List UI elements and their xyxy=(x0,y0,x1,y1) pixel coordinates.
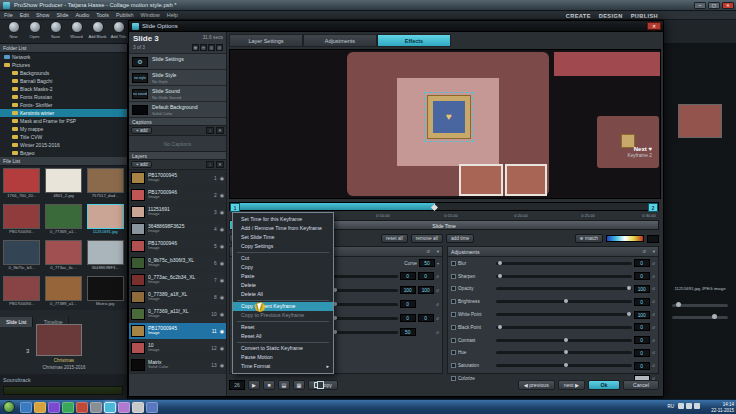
file-thumb[interactable]: 1766_760_20... xyxy=(1,167,43,203)
add-caption-button[interactable]: + add xyxy=(131,127,152,134)
opacity-checkbox[interactable] xyxy=(451,286,456,291)
reset-icon[interactable]: ↺ xyxy=(642,249,646,255)
taskbar-app-icon[interactable] xyxy=(76,402,88,413)
keyframe-1-handle[interactable]: 1 xyxy=(230,203,240,212)
slider-handle[interactable] xyxy=(564,338,568,342)
slider-handle[interactable] xyxy=(498,274,502,278)
file-thumb[interactable]: 0_773ac_6c... xyxy=(43,239,85,275)
rotate-value[interactable]: 0 xyxy=(400,300,416,308)
visibility-icon[interactable]: ◉ xyxy=(220,345,224,351)
publish-button[interactable]: PUBLISH xyxy=(631,13,658,19)
visibility-icon[interactable]: ◉ xyxy=(220,260,224,266)
layer-row[interactable]: 11251691Image3◉ xyxy=(129,204,226,221)
saturation-value[interactable]: 0 xyxy=(634,362,650,370)
reset-icon[interactable]: ↺ xyxy=(436,288,439,293)
menu-item-convert-static[interactable]: Convert to Static Keyframe xyxy=(233,344,333,353)
slider-handle[interactable] xyxy=(627,286,631,290)
slider-handle[interactable] xyxy=(564,299,568,303)
visibility-icon[interactable]: ◉ xyxy=(220,362,224,368)
reset-icon[interactable]: ↺ xyxy=(436,274,439,279)
folder-item[interactable]: Network xyxy=(0,53,127,61)
next-button[interactable]: next ▶ xyxy=(558,380,585,390)
stop-button[interactable]: ■ xyxy=(263,380,275,390)
preview-framed-layer[interactable]: ♥ xyxy=(427,95,471,139)
blur-checkbox[interactable] xyxy=(451,261,456,266)
chevron-down-icon[interactable]: ▾ xyxy=(437,261,439,266)
close-button[interactable]: ✕ xyxy=(722,2,734,9)
white-point-slider[interactable] xyxy=(496,313,632,316)
kf-add-time-button[interactable]: add time xyxy=(446,234,474,243)
keyframe-track[interactable]: 1 2 xyxy=(229,202,659,211)
file-thumb[interactable]: 757517_dad... xyxy=(84,167,126,203)
visibility-icon[interactable]: ◉ xyxy=(220,192,224,198)
preview-window-icon[interactable]: ▤ xyxy=(278,380,290,390)
pan-x-value[interactable]: 0 xyxy=(400,272,416,280)
taskbar-app-icon[interactable] xyxy=(90,402,102,413)
folder-item[interactable]: Black Masks-2 xyxy=(0,85,127,93)
slider-handle[interactable] xyxy=(564,350,568,354)
tab-slide-list[interactable]: Slide List xyxy=(0,317,33,327)
add-blank-button[interactable]: Add Blank xyxy=(87,21,108,39)
white-point-value[interactable]: 100 xyxy=(634,311,650,319)
layer-row[interactable]: PB17000946Image2◉ xyxy=(129,187,226,204)
visibility-icon[interactable]: ◉ xyxy=(220,209,224,215)
layer-reorder-icon[interactable]: ↕ xyxy=(206,161,214,168)
tray-icon[interactable] xyxy=(686,403,692,409)
saturation-slider[interactable] xyxy=(496,364,632,367)
file-thumb[interactable]: 0_9b75c_b3... xyxy=(1,239,43,275)
visibility-icon[interactable]: ◉ xyxy=(220,243,224,249)
taskbar-explorer-icon[interactable] xyxy=(34,402,46,413)
layer-row[interactable]: PB17000946Image5◉ xyxy=(129,238,226,255)
grid-view-icon[interactable]: ▦ xyxy=(192,44,199,51)
visibility-icon[interactable]: ◉ xyxy=(220,311,224,317)
reset-icon[interactable]: ↺ xyxy=(652,299,655,304)
reset-icon[interactable]: ↺ xyxy=(652,363,655,368)
reset-icon[interactable]: ↺ xyxy=(652,312,655,317)
section-default-background[interactable]: Default Background Solid Color xyxy=(129,102,226,118)
layer-row[interactable]: 0_77369_a11f_XLImage10◉ xyxy=(129,306,226,323)
wizard-button[interactable]: Wizard xyxy=(66,21,87,39)
layer-row[interactable]: MatrixSolid Color13◉ xyxy=(129,357,226,374)
caption-delete-icon[interactable]: ✕ xyxy=(216,127,224,134)
slider-handle[interactable] xyxy=(564,363,568,367)
brightness-value[interactable]: 0 xyxy=(634,298,650,306)
tray-icon[interactable] xyxy=(678,403,684,409)
design-button[interactable]: DESIGN xyxy=(599,13,623,19)
reset-icon[interactable]: ↺ xyxy=(652,261,655,266)
taskbar-browser-icon[interactable] xyxy=(20,402,32,413)
reset-icon[interactable]: ↺ xyxy=(436,316,439,321)
center-y-value[interactable]: 0 xyxy=(418,314,434,322)
add-title-button[interactable]: Add Title xyxy=(108,21,129,39)
taskbar-app-icon[interactable] xyxy=(118,402,130,413)
slider-handle[interactable] xyxy=(498,261,502,265)
slider-handle[interactable] xyxy=(676,302,681,307)
blur-value[interactable]: 0 xyxy=(634,259,650,267)
chevron-down-icon[interactable]: ▾ xyxy=(437,249,439,255)
file-thumb-selected[interactable]: 11251691.jpg xyxy=(84,203,126,239)
folder-item[interactable]: Title CVW xyxy=(0,133,127,141)
saturation-checkbox[interactable] xyxy=(451,363,456,368)
folder-item[interactable]: Winter 2015-2016 xyxy=(0,141,127,149)
brightness-slider[interactable] xyxy=(496,300,632,303)
curve-value[interactable]: 50 xyxy=(419,259,435,267)
tab-layer-settings[interactable]: Layer Settings xyxy=(229,34,303,47)
dialog-close-button[interactable]: ✕ xyxy=(647,22,661,30)
panel-slider[interactable] xyxy=(672,304,728,307)
pan-y-value[interactable]: 0 xyxy=(418,272,434,280)
contrast-checkbox[interactable] xyxy=(451,338,456,343)
white-point-checkbox[interactable] xyxy=(451,312,456,317)
menu-item-copy-settings[interactable]: Copy Settings xyxy=(233,242,333,251)
hue-value[interactable]: 0 xyxy=(634,349,650,357)
opacity-slider[interactable] xyxy=(496,287,632,290)
menu-edit[interactable]: Edit xyxy=(20,12,29,18)
detail-view-icon[interactable]: ▧ xyxy=(216,44,223,51)
file-thumb[interactable]: PB1700094... xyxy=(1,275,43,311)
black-point-checkbox[interactable] xyxy=(451,325,456,330)
list-view-icon[interactable]: ▤ xyxy=(200,44,207,51)
layer-row[interactable]: 0_773ac_6c2b34_XLImage7◉ xyxy=(129,272,226,289)
blur-slider[interactable] xyxy=(496,262,632,265)
slider-handle[interactable] xyxy=(627,312,631,316)
kf-remove-all-button[interactable]: remove all xyxy=(411,234,443,243)
menu-item-delete-all[interactable]: Delete All xyxy=(233,290,333,299)
split-view-icon[interactable]: ▥ xyxy=(208,44,215,51)
